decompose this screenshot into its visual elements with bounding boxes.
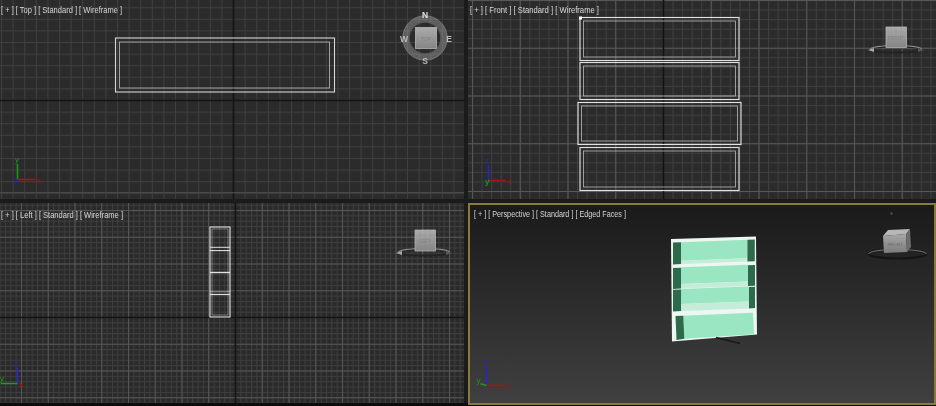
svg-text:W: W [400, 34, 409, 44]
svg-text:[ + ] [ Top ] [ Standard ] [ W: [ + ] [ Top ] [ Standard ] [ Wireframe ] [1, 4, 122, 15]
svg-text:x: x [508, 177, 512, 186]
svg-text:z: z [485, 156, 489, 165]
svg-text:[ + ] [ Left ] [ Standard ] [: [ + ] [ Left ] [ Standard ] [ Wireframe … [1, 209, 123, 220]
svg-text:y: y [477, 376, 481, 385]
svg-text:z: z [14, 176, 18, 185]
svg-text:LEFT: LEFT [419, 239, 430, 244]
svg-text:FRONT: FRONT [887, 242, 902, 247]
svg-text:x: x [19, 380, 24, 389]
svg-text:y: y [485, 177, 490, 186]
svg-text:[ + ] [ Perspective ] [ Standa: [ + ] [ Perspective ] [ Standard ] [ Edg… [474, 208, 626, 219]
svg-text:x: x [37, 176, 41, 185]
svg-text:z: z [483, 357, 487, 366]
svg-text:x: x [506, 382, 510, 391]
svg-text:y: y [0, 374, 4, 383]
svg-text:E: E [446, 34, 452, 44]
svg-text:FRONT: FRONT [888, 36, 904, 41]
svg-text:y: y [15, 155, 19, 164]
svg-text:N: N [422, 10, 428, 20]
svg-text:z: z [14, 359, 18, 368]
svg-text:[ + ] [ Front ] [ Standard ] [: [ + ] [ Front ] [ Standard ] [ Wireframe… [470, 4, 599, 15]
svg-text:S: S [422, 56, 428, 66]
svg-text:TOP: TOP [421, 36, 432, 42]
